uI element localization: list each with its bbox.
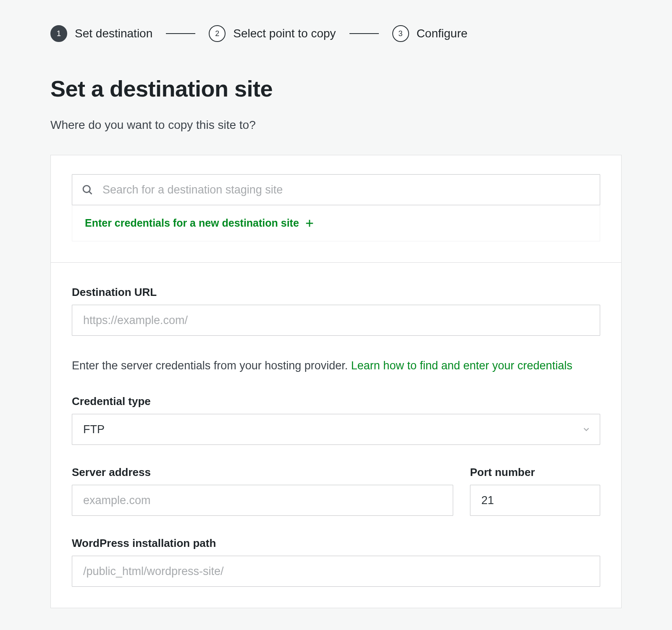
step-divider (349, 33, 379, 34)
search-section: Enter credentials for a new destination … (51, 155, 621, 263)
step-1-label: Set destination (75, 27, 152, 40)
destination-url-label: Destination URL (72, 286, 600, 299)
step-1[interactable]: 1 Set destination (50, 25, 152, 42)
step-3[interactable]: 3 Configure (392, 25, 467, 42)
helper-prefix: Enter the server credentials from your h… (72, 359, 351, 372)
learn-credentials-link[interactable]: Learn how to find and enter your credent… (351, 359, 572, 372)
page-subtitle: Where do you want to copy this site to? (50, 118, 622, 132)
stepper: 1 Set destination 2 Select point to copy… (50, 25, 622, 42)
wp-path-label: WordPress installation path (72, 537, 600, 550)
step-1-number: 1 (50, 25, 67, 42)
svg-line-1 (89, 191, 92, 194)
server-address-input[interactable] (72, 485, 453, 516)
step-2-label: Select point to copy (233, 27, 336, 40)
new-destination-button[interactable]: Enter credentials for a new destination … (72, 205, 600, 241)
search-icon (81, 184, 93, 196)
wp-path-input[interactable] (72, 556, 600, 587)
step-3-number: 3 (392, 25, 409, 42)
credential-type-value: FTP (83, 423, 105, 436)
port-number-input[interactable] (470, 485, 600, 516)
svg-point-0 (83, 186, 90, 192)
server-address-label: Server address (72, 466, 453, 479)
credential-type-label: Credential type (72, 395, 600, 408)
destination-card: Enter credentials for a new destination … (50, 155, 622, 608)
step-divider (166, 33, 195, 34)
new-destination-label: Enter credentials for a new destination … (85, 217, 299, 229)
search-input[interactable] (102, 183, 591, 196)
search-box[interactable] (72, 174, 600, 205)
port-number-label: Port number (470, 466, 600, 479)
destination-url-input[interactable] (72, 305, 600, 336)
credentials-helper-text: Enter the server credentials from your h… (72, 357, 600, 375)
plus-icon (305, 219, 314, 228)
step-3-label: Configure (417, 27, 467, 40)
credentials-form: Destination URL Enter the server credent… (51, 263, 621, 587)
step-2[interactable]: 2 Select point to copy (209, 25, 336, 42)
credential-type-select[interactable]: FTP (72, 414, 600, 445)
page-title: Set a destination site (50, 76, 622, 102)
step-2-number: 2 (209, 25, 226, 42)
